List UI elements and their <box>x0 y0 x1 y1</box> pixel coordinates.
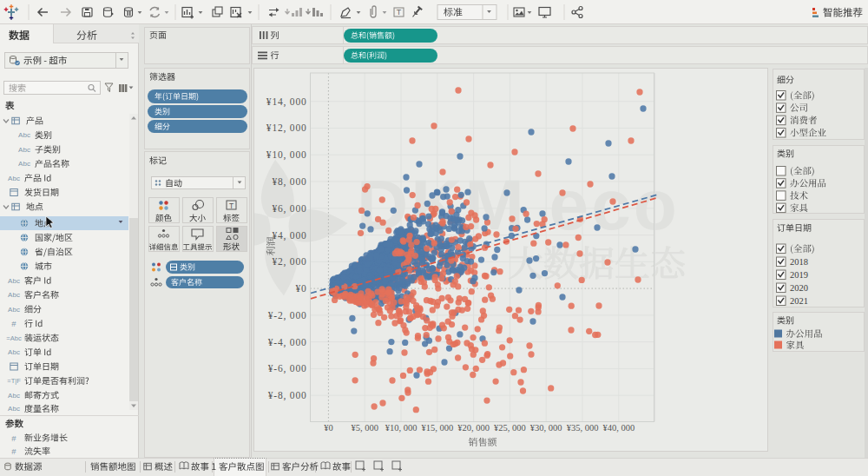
svg-text:Abc: Abc <box>18 146 30 154</box>
svg-text:¥10, 000: ¥10, 000 <box>385 423 418 433</box>
svg-text:¥-4, 000: ¥-4, 000 <box>268 337 307 348</box>
svg-text:¥30, 000: ¥30, 000 <box>530 423 562 433</box>
svg-text:#: # <box>11 446 16 456</box>
svg-text:#: # <box>11 433 16 443</box>
svg-text:Abc: Abc <box>8 306 20 314</box>
svg-text:Abc: Abc <box>8 392 20 400</box>
svg-text:¥-8, 000: ¥-8, 000 <box>268 390 307 401</box>
svg-text:¥20, 000: ¥20, 000 <box>457 423 490 433</box>
svg-text:#: # <box>11 319 16 328</box>
svg-text:Abc: Abc <box>8 291 20 299</box>
svg-text:¥15, 000: ¥15, 000 <box>421 423 453 433</box>
svg-text:=T|F: =T|F <box>7 377 21 385</box>
svg-text:2018: 2018 <box>790 257 808 267</box>
svg-text:=Abc: =Abc <box>6 334 22 342</box>
svg-text:T: T <box>397 8 402 17</box>
svg-text:¥8, 000: ¥8, 000 <box>272 176 306 188</box>
svg-text:2020: 2020 <box>790 283 808 293</box>
svg-text:Abc: Abc <box>8 277 20 285</box>
svg-text:¥40, 000: ¥40, 000 <box>602 423 635 433</box>
svg-text:¥25, 000: ¥25, 000 <box>494 423 526 433</box>
svg-text:¥14, 000: ¥14, 000 <box>266 96 307 108</box>
svg-text:2021: 2021 <box>790 296 808 306</box>
svg-text:¥0: ¥0 <box>324 423 333 433</box>
svg-text:¥6, 000: ¥6, 000 <box>272 203 306 215</box>
svg-text:¥12, 000: ¥12, 000 <box>266 122 307 134</box>
svg-text:¥10, 000: ¥10, 000 <box>266 149 307 161</box>
svg-text:Abc: Abc <box>8 348 20 356</box>
svg-text:¥5, 000: ¥5, 000 <box>351 423 378 433</box>
svg-text:Abc: Abc <box>18 131 30 139</box>
svg-text:¥4, 000: ¥4, 000 <box>272 230 306 241</box>
svg-text:2019: 2019 <box>790 270 808 280</box>
svg-text:¥35, 000: ¥35, 000 <box>567 423 599 433</box>
svg-text:¥-6, 000: ¥-6, 000 <box>268 363 307 374</box>
svg-text:¥0: ¥0 <box>295 283 306 294</box>
svg-text:¥2, 000: ¥2, 000 <box>272 256 306 268</box>
svg-text:Abc: Abc <box>18 160 30 168</box>
svg-text:Abc: Abc <box>8 175 20 182</box>
svg-text:¥-2, 000: ¥-2, 000 <box>268 310 307 321</box>
svg-text:Abc: Abc <box>8 405 20 413</box>
svg-text:T: T <box>229 202 233 210</box>
